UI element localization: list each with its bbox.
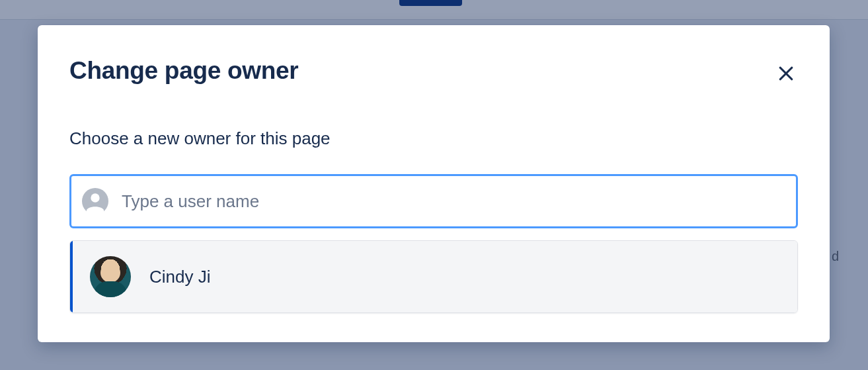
user-suggestion-item[interactable]: Cindy Ji (70, 241, 797, 312)
user-search-field[interactable] (69, 174, 798, 228)
modal-title: Change page owner (69, 57, 298, 85)
user-icon (82, 188, 108, 214)
app-topbar (0, 0, 868, 20)
close-icon (776, 64, 796, 85)
avatar (90, 256, 131, 297)
background-partial-text: d (832, 249, 839, 264)
change-owner-modal: Change page owner Choose a new owner for… (38, 25, 830, 342)
field-label: Choose a new owner for this page (69, 128, 798, 149)
modal-header: Change page owner (69, 57, 798, 90)
user-suggestion-dropdown: Cindy Ji (69, 240, 798, 313)
user-suggestion-name: Cindy Ji (149, 267, 210, 287)
user-search-input[interactable] (122, 191, 785, 212)
close-button[interactable] (770, 58, 802, 90)
svg-point-3 (91, 193, 99, 202)
topbar-active-indicator (399, 0, 462, 6)
